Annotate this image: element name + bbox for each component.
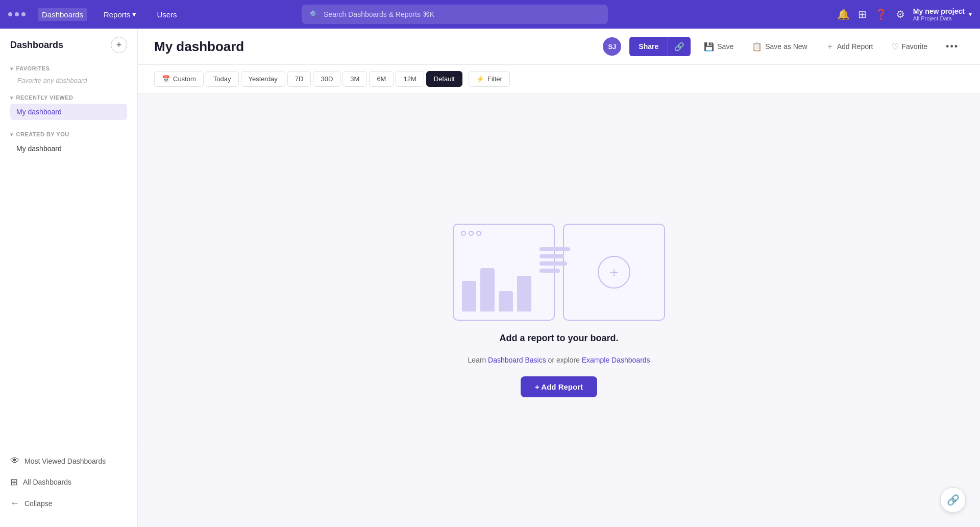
save-label: Save bbox=[717, 42, 733, 51]
created-by-you-label: CREATED BY YOU bbox=[16, 131, 69, 137]
fab-button[interactable]: 🔗 bbox=[940, 487, 966, 513]
toolbar: 📅 Custom Today Yesterday 7D 30D 3M 6M 12… bbox=[138, 65, 980, 93]
favorites-chevron-icon: ▾ bbox=[10, 66, 13, 71]
add-dashboard-button[interactable]: + bbox=[111, 37, 127, 53]
default-button[interactable]: Default bbox=[426, 71, 462, 87]
today-button[interactable]: Today bbox=[206, 71, 239, 87]
sidebar: Dashboards + ▾ FAVORITES Favorite any da… bbox=[0, 29, 138, 527]
dot-3 bbox=[21, 12, 26, 16]
page-title: My dashboard bbox=[154, 39, 595, 55]
calendar-icon: 📅 bbox=[162, 75, 170, 83]
sidebar-section-favorites: ▾ FAVORITES Favorite any dashboard bbox=[0, 59, 137, 88]
save-as-new-button[interactable]: 📋 Save as New bbox=[747, 39, 812, 55]
sidebar-item-my-dashboard-created[interactable]: My dashboard bbox=[10, 140, 127, 157]
more-options-button[interactable]: ••• bbox=[941, 38, 964, 55]
dot-red bbox=[461, 231, 466, 236]
collapse-icon: ← bbox=[10, 498, 19, 509]
search-bar[interactable]: 🔍 Search Dashboards & Reports ⌘K bbox=[302, 5, 608, 24]
sidebar-collapse[interactable]: ← Collapse bbox=[10, 494, 127, 513]
created-by-you-chevron-icon: ▾ bbox=[10, 132, 13, 137]
dot-yellow bbox=[469, 231, 474, 236]
sidebar-bottom: 👁 Most Viewed Dashboards ⊞ All Dashboard… bbox=[0, 445, 137, 519]
content-body: ＋ Add a report to your board. Learn Dash… bbox=[138, 93, 980, 527]
yesterday-button[interactable]: Yesterday bbox=[241, 71, 285, 87]
bar-1 bbox=[462, 281, 476, 312]
most-viewed-icon: 👁 bbox=[10, 456, 19, 466]
project-chevron: ▾ bbox=[969, 11, 972, 18]
recently-viewed-label: RECENTLY VIEWED bbox=[16, 94, 74, 101]
sidebar-item-my-dashboard-recent[interactable]: My dashboard bbox=[10, 104, 127, 120]
filter-label: Filter bbox=[487, 75, 502, 83]
filter-icon: ⚡ bbox=[476, 75, 484, 83]
chart-dots bbox=[461, 231, 481, 236]
favorites-label: FAVORITES bbox=[16, 65, 50, 71]
add-report-header-button[interactable]: ＋ Add Report bbox=[821, 38, 878, 55]
all-dashboards-label: All Dashboards bbox=[23, 478, 71, 486]
example-dashboards-link[interactable]: Example Dashboards bbox=[582, 356, 650, 364]
7d-button[interactable]: 7D bbox=[287, 71, 311, 87]
bar-3 bbox=[499, 291, 513, 312]
nav-users[interactable]: Users bbox=[153, 8, 181, 21]
content-area: My dashboard SJ Share 🔗 💾 Save 📋 Save as… bbox=[138, 29, 980, 527]
line-2 bbox=[540, 254, 564, 258]
dot-1 bbox=[8, 12, 12, 16]
sidebar-favorites-header[interactable]: ▾ FAVORITES bbox=[10, 63, 127, 74]
app-dots bbox=[8, 12, 26, 16]
12m-button[interactable]: 12M bbox=[396, 71, 424, 87]
most-viewed-label: Most Viewed Dashboards bbox=[24, 457, 106, 465]
nav-dashboards[interactable]: Dashboards bbox=[38, 8, 87, 21]
bar-2 bbox=[480, 268, 495, 312]
all-dashboards-icon: ⊞ bbox=[10, 476, 18, 488]
dot-green bbox=[476, 231, 481, 236]
add-report-button[interactable]: + Add Report bbox=[521, 376, 597, 397]
plus-circle-icon: ＋ bbox=[598, 256, 630, 289]
empty-state-title: Add a report to your board. bbox=[499, 333, 618, 344]
project-selector[interactable]: My new project All Project Data ▾ bbox=[913, 7, 972, 21]
add-report-header-icon: ＋ bbox=[826, 41, 834, 52]
or-explore-text: or explore bbox=[548, 356, 582, 364]
favorite-label: Favorite bbox=[902, 42, 928, 51]
share-button[interactable]: Share bbox=[629, 37, 668, 56]
save-icon: 💾 bbox=[704, 42, 714, 52]
sidebar-all-dashboards[interactable]: ⊞ All Dashboards bbox=[10, 472, 127, 492]
save-as-new-icon: 📋 bbox=[752, 42, 762, 52]
collapse-label: Collapse bbox=[24, 499, 52, 508]
main-layout: Dashboards + ▾ FAVORITES Favorite any da… bbox=[0, 29, 980, 527]
empty-state-sub: Learn Dashboard Basics or explore Exampl… bbox=[468, 356, 650, 364]
favorite-button[interactable]: ♡ Favorite bbox=[887, 39, 933, 55]
sidebar-most-viewed[interactable]: 👁 Most Viewed Dashboards bbox=[10, 451, 127, 470]
filter-button[interactable]: ⚡ Filter bbox=[469, 71, 510, 87]
dashboard-basics-link[interactable]: Dashboard Basics bbox=[488, 356, 546, 364]
share-link-icon-button[interactable]: 🔗 bbox=[668, 37, 691, 56]
recently-viewed-chevron-icon: ▾ bbox=[10, 95, 13, 101]
3m-button[interactable]: 3M bbox=[342, 71, 367, 87]
help-icon[interactable]: ❓ bbox=[875, 8, 888, 20]
line-3 bbox=[540, 261, 567, 266]
settings-icon[interactable]: ⚙ bbox=[896, 8, 905, 20]
notifications-icon[interactable]: 🔔 bbox=[837, 8, 850, 20]
save-button[interactable]: 💾 Save bbox=[699, 39, 739, 55]
add-report-placeholder: ＋ bbox=[563, 224, 665, 321]
sidebar-created-by-you-header[interactable]: ▾ CREATED BY YOU bbox=[10, 129, 127, 139]
project-sub: All Project Data bbox=[913, 15, 965, 21]
sidebar-section-created-by-you: ▾ CREATED BY YOU My dashboard bbox=[0, 125, 137, 162]
learn-text: Learn bbox=[468, 356, 488, 364]
nav-reports[interactable]: Reports ▾ bbox=[100, 8, 141, 21]
search-placeholder: Search Dashboards & Reports ⌘K bbox=[324, 10, 434, 18]
30d-button[interactable]: 30D bbox=[313, 71, 340, 87]
6m-button[interactable]: 6M bbox=[369, 71, 394, 87]
chart-placeholder bbox=[453, 224, 555, 321]
content-header: My dashboard SJ Share 🔗 💾 Save 📋 Save as… bbox=[138, 29, 980, 65]
custom-date-button[interactable]: 📅 Custom bbox=[154, 71, 204, 87]
apps-icon[interactable]: ⊞ bbox=[858, 8, 867, 20]
save-as-new-label: Save as New bbox=[765, 42, 807, 51]
sidebar-recently-viewed-header[interactable]: ▾ RECENTLY VIEWED bbox=[10, 92, 127, 103]
share-button-group: Share 🔗 bbox=[629, 37, 691, 56]
line-1 bbox=[540, 247, 570, 251]
topnav-right: 🔔 ⊞ ❓ ⚙ My new project All Project Data … bbox=[837, 7, 972, 21]
nav-reports-chevron: ▾ bbox=[132, 10, 136, 19]
sidebar-section-recently-viewed: ▾ RECENTLY VIEWED My dashboard bbox=[0, 88, 137, 125]
fab-icon: 🔗 bbox=[947, 494, 960, 506]
dot-2 bbox=[15, 12, 19, 16]
add-report-header-label: Add Report bbox=[837, 42, 873, 51]
